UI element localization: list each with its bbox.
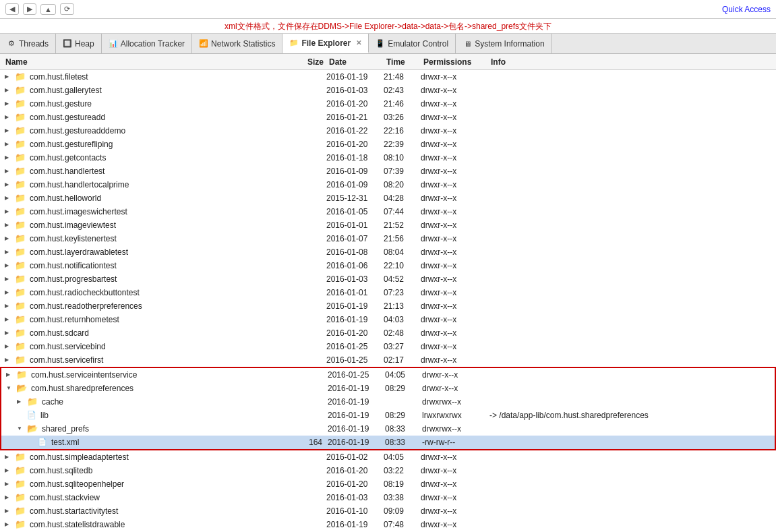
row-date-cell: 2016-01-01 <box>326 288 384 297</box>
expand-button[interactable]: ▶ <box>5 168 13 174</box>
expand-button[interactable]: ▶ <box>5 208 13 214</box>
file-name-text: com.hust.simpleadaptertest <box>30 452 129 462</box>
tree-row[interactable]: 📄test.xml1642016-01-1908:33-rw-rw-r-- <box>1 436 775 449</box>
row-perm-cell: drwxr-x--x <box>421 180 488 189</box>
expand-button[interactable]: ▶ <box>5 222 13 228</box>
expand-button[interactable]: ▶ <box>5 114 13 120</box>
tree-row[interactable]: ▶📁com.hust.returnhometest2016-01-1904:03… <box>0 313 776 326</box>
tree-row[interactable]: ▶📁com.hust.simpleadaptertest2016-01-0204… <box>0 450 776 464</box>
nav-back-button[interactable]: ◀ <box>5 3 19 15</box>
tree-row[interactable]: ▶📁com.hust.handlertest2016-01-0907:39drw… <box>0 165 776 178</box>
tree-row[interactable]: ▶📁com.hust.readotherpreferences2016-01-1… <box>0 299 776 313</box>
nav-up-button[interactable]: ▲ <box>40 4 56 15</box>
expand-button[interactable]: ▶ <box>5 343 13 349</box>
fileexplorer-tab-close[interactable]: ✕ <box>356 39 361 47</box>
tree-row[interactable]: ▶📁com.hust.gesturefliping2016-01-2022:39… <box>0 138 776 151</box>
tab-sysinfo[interactable]: 🖥System Information <box>456 34 551 53</box>
row-perm-cell: drwxr-x--x <box>421 247 488 257</box>
expand-button[interactable]: ▶ <box>5 521 13 527</box>
expand-button[interactable]: ▶ <box>5 262 13 268</box>
tree-row[interactable]: ▶📁com.hust.getcontacts2016-01-1808:10drw… <box>0 151 776 165</box>
nav-forward-button[interactable]: ▶ <box>23 3 36 15</box>
emulator-tab-label: Emulator Control <box>388 39 448 49</box>
expand-button[interactable]: ▶ <box>17 398 25 405</box>
tree-row[interactable]: ▶📁com.hust.serviceintentservice2016-01-2… <box>1 368 775 382</box>
expand-button[interactable]: ▶ <box>5 303 13 309</box>
tree-row[interactable]: ▶📁com.hust.gestureadd2016-01-2103:26drwx… <box>0 111 776 124</box>
tree-row[interactable]: ▶📁com.hust.notificationtest2016-01-0622:… <box>0 259 776 272</box>
expand-button[interactable]: ▶ <box>5 357 13 363</box>
row-perm-cell: drwxr-x--x <box>421 520 488 529</box>
file-name-text: com.hust.imageviewtest <box>30 220 116 230</box>
sysinfo-tab-icon: 🖥 <box>462 39 472 49</box>
tree-row[interactable]: ▶📁com.hust.gestureadddemo2016-01-2222:16… <box>0 124 776 138</box>
expand-button[interactable]: ▶ <box>5 316 13 322</box>
tree-row[interactable]: ▶📁com.hust.imageviewtest2016-01-0121:52d… <box>0 218 776 232</box>
tree-row[interactable]: ▼📂shared_prefs2016-01-1908:33drwxrwx--x <box>1 422 775 436</box>
row-date-cell: 2016-01-19 <box>328 411 385 420</box>
tree-row[interactable]: ▶📁com.hust.sqlitedb2016-01-2003:22drwxr-… <box>0 464 776 477</box>
tree-row[interactable]: ▶📁com.hust.imageswichertest2016-01-0507:… <box>0 205 776 218</box>
expand-button[interactable]: ▶ <box>5 235 13 241</box>
expand-button[interactable]: ▶ <box>6 372 14 378</box>
tree-row[interactable]: ▶📁com.hust.gesture2016-01-2021:46drwxr-x… <box>0 97 776 111</box>
expand-button[interactable]: ▶ <box>5 141 13 147</box>
tree-row[interactable]: ▶📁com.hust.helloworld2015-12-3104:28drwx… <box>0 191 776 205</box>
tree-row[interactable]: ▶📁com.hust.progresbartest2016-01-0304:52… <box>0 272 776 286</box>
expand-button[interactable]: ▶ <box>5 454 13 460</box>
tab-emulator[interactable]: 📱Emulator Control <box>369 34 456 53</box>
expand-button[interactable]: ▶ <box>5 276 13 282</box>
expand-button[interactable]: ▶ <box>5 289 13 295</box>
expand-button[interactable]: ▶ <box>5 127 13 134</box>
nav-sync-button[interactable]: ⟳ <box>60 3 74 15</box>
expand-button[interactable]: ▶ <box>5 154 13 160</box>
tab-fileexplorer[interactable]: 📁File Explorer✕ <box>282 34 369 53</box>
tree-row[interactable]: ▶📁com.hust.gallerytest2016-01-0302:43drw… <box>0 84 776 97</box>
tree-row[interactable]: ▶📁com.hust.servicefirst2016-01-2502:17dr… <box>0 353 776 367</box>
row-perm-cell: drwxr-x--x <box>421 194 488 203</box>
expand-button[interactable]: ▼ <box>6 385 14 391</box>
expand-button[interactable]: ▶ <box>5 330 13 336</box>
tree-row[interactable]: ▶📁com.hust.filetest2016-01-1921:48drwxr-… <box>0 70 776 84</box>
expand-button[interactable]: ▶ <box>5 181 13 187</box>
tab-allocation[interactable]: 📊Allocation Tracker <box>102 34 192 53</box>
red-box-wrapper: ▶📁com.hust.serviceintentservice2016-01-2… <box>0 367 776 450</box>
row-date-cell: 2016-01-19 <box>328 438 385 447</box>
row-name-cell: ▶📁com.hust.gesturefliping <box>3 139 286 149</box>
tree-row[interactable]: ▶📁com.hust.layerdrawabletest2016-01-0808… <box>0 245 776 259</box>
row-name-cell: ▶📁com.hust.imageswichertest <box>3 206 286 216</box>
row-perm-cell: drwxr-x--x <box>421 72 488 82</box>
tab-heap[interactable]: 🔲Heap <box>56 34 102 53</box>
row-date-cell: 2016-01-18 <box>326 153 384 162</box>
tree-row[interactable]: ▼📂com.hust.sharedpreferences2016-01-1908… <box>1 382 775 395</box>
tree-row[interactable]: ▶📁com.hust.handlertocalprime2016-01-0908… <box>0 178 776 191</box>
expand-button[interactable]: ▶ <box>5 481 13 487</box>
tree-row[interactable]: ▶📁com.hust.keylistenertest2016-01-0721:5… <box>0 232 776 245</box>
tree-row[interactable]: ▶📁com.hust.sdcard2016-01-2002:48drwxr-x-… <box>0 326 776 340</box>
tree-row[interactable]: 📄lib2016-01-1908:29lrwxrwxrwx-> /data/ap… <box>1 409 775 422</box>
tab-threads[interactable]: ⚙Threads <box>0 34 56 53</box>
tree-row[interactable]: ▶📁com.hust.radiocheckbuttontest2016-01-0… <box>0 286 776 299</box>
tab-network[interactable]: 📶Network Statistics <box>192 34 282 53</box>
expand-button[interactable]: ▶ <box>5 494 13 500</box>
col-size-header: Size <box>289 57 329 67</box>
tree-row[interactable]: ▶📁com.hust.servicebind2016-01-2503:27drw… <box>0 340 776 353</box>
tree-row[interactable]: ▶📁cache2016-01-19drwxrwx--x <box>1 395 775 409</box>
expand-button[interactable]: ▶ <box>5 195 13 201</box>
quick-access-link[interactable]: Quick Access <box>722 5 771 14</box>
expand-button[interactable]: ▶ <box>5 467 13 473</box>
row-perm-cell: drwxr-x--x <box>421 140 488 149</box>
expand-button[interactable]: ▶ <box>5 87 13 93</box>
tree-row[interactable]: ▶📁com.hust.startactivitytest2016-01-1009… <box>0 504 776 518</box>
expand-button[interactable]: ▶ <box>5 73 13 80</box>
expand-button[interactable]: ▶ <box>5 100 13 107</box>
tree-row[interactable]: ▶📁com.hust.statelistdrawable2016-01-1907… <box>0 518 776 531</box>
row-date-cell: 2016-01-02 <box>326 452 384 462</box>
tree-row[interactable]: ▶📁com.hust.sqliteopenhelper2016-01-2008:… <box>0 477 776 491</box>
expand-button[interactable]: ▶ <box>5 508 13 514</box>
info-bar: xml文件格式，文件保存在DDMS->File Explorer->data->… <box>0 19 776 34</box>
expand-button[interactable]: ▼ <box>17 425 25 432</box>
expand-button[interactable]: ▶ <box>5 249 13 255</box>
tree-row[interactable]: ▶📁com.hust.stackview2016-01-0303:38drwxr… <box>0 491 776 504</box>
row-time-cell: 22:16 <box>384 126 421 136</box>
